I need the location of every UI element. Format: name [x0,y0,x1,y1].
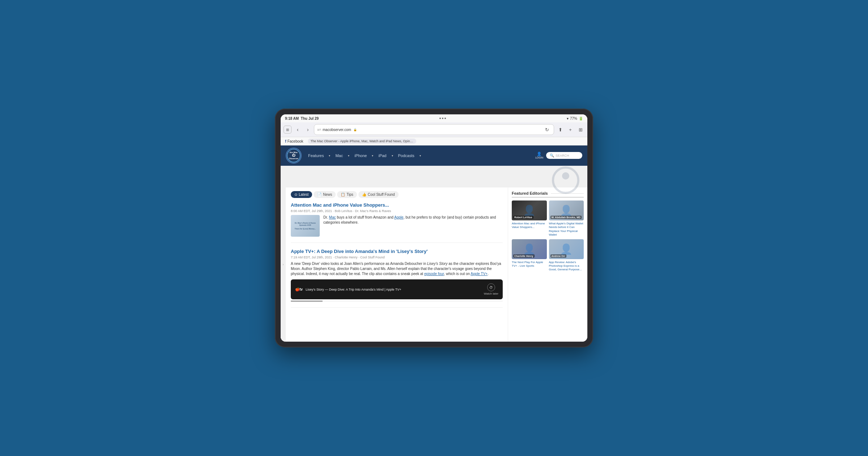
article-1-mac-link[interactable]: Mac [329,215,336,219]
editorial-photo-charlotte: 👤 Charlotte Henry [512,239,547,259]
browser-actions: ⬆ + ⊞ [556,126,584,134]
apple-tv-logo-icon: 🍎tv [295,287,303,291]
share-button[interactable]: ⬆ [556,126,564,134]
nav-iphone[interactable]: iPhone [352,152,369,159]
tips-icon: 📋 [341,193,345,197]
refresh-button[interactable]: ↻ [543,126,551,134]
article-2: Apple TV+: A Deep Dive into Amanda's Min… [291,249,503,308]
article-1-apple-link[interactable]: Apple [394,215,404,219]
bookmark-label: Facebook [288,139,303,143]
video-title: Lisey's Story — Deep Dive: A Trip Into A… [306,288,481,291]
cool-stuff-icon: 👍 [362,193,366,197]
site-navigation: the Mac ⏻ Observer Features▾ Mac▾ iPhone… [281,145,587,166]
active-tab-label[interactable]: The Mac Observer - Apple iPhone, Mac, Wa… [308,139,416,144]
video-progress-bar [291,301,503,301]
editorial-grid: 👤 Robert LeVitus Attention Mac and iPhon… [512,200,584,272]
podcasts-dropdown-icon: ▾ [420,154,421,157]
nav-ipad[interactable]: iPad [376,152,388,159]
website-content: the Mac ⏻ Observer Features▾ Mac▾ iPhone… [281,145,587,342]
tab-cool-stuff[interactable]: 👍 Cool Stuff Found [358,191,399,198]
main-content: › ⊙ Latest 📄 News [281,187,587,342]
search-box[interactable]: 🔍 SEARCH [546,152,582,159]
nav-features[interactable]: Features [306,152,326,159]
tab-latest[interactable]: ⊙ Latest [291,191,312,198]
site-nav-links: Features▾ Mac▾ iPhone▾ iPad▾ Podcasts▾ [306,152,531,159]
editorial-title-robert[interactable]: Attention Mac and iPhone Value Shoppers.… [512,222,547,229]
episode-four-link[interactable]: episode four [424,272,444,276]
battery-level: 77% [570,117,577,121]
svg-text:⏻: ⏻ [564,174,568,179]
features-dropdown-icon: ▾ [329,154,330,157]
article-1-text: Dr. Mac buys a lot of stuff from Amazon … [323,215,503,237]
sidebar-toggle[interactable]: › [281,187,286,342]
back-button[interactable]: ‹ [294,126,302,134]
video-progress-fill [291,301,323,301]
iphone-dropdown-icon: ▾ [372,154,373,157]
right-panel: Featured Editorials 👤 Robert LeVitus [508,187,587,342]
nav-right: 👤 LOGIN 🔍 SEARCH [535,152,582,160]
add-tab-button[interactable]: + [566,126,574,134]
editorial-title-charlotte[interactable]: The Next Play For Apple TV+ - Live Sport… [512,261,547,268]
url-reader-mode: aA [317,128,321,131]
latest-icon: ⊙ [294,193,297,197]
ipad-device: 9:18 AM Thu Jul 29 ▾ 77% 🔋 ⊞ ‹ › aA maco… [275,109,593,347]
sidebar-toggle-button[interactable]: ⊞ [284,126,292,134]
content-tabs: ⊙ Latest 📄 News 📋 Tips 👍 [291,191,503,198]
editorial-img-abdullah: 👤 W. Abdullah Brooks, MD [549,200,584,220]
battery-icon: 🔋 [579,117,583,121]
editorial-img-charlotte: 👤 Charlotte Henry [512,239,547,259]
search-icon: 🔍 [550,153,554,157]
editorial-card-charlotte[interactable]: 👤 Charlotte Henry The Next Play For Appl… [512,239,547,272]
article-1-title[interactable]: Attention Mac and iPhone Value Shoppers.… [291,202,503,208]
login-button[interactable]: 👤 LOGIN [535,152,543,160]
tab-news[interactable]: 📄 News [314,191,336,198]
site-logo[interactable]: the Mac ⏻ Observer [286,148,302,164]
ipad-screen: 9:18 AM Thu Jul 29 ▾ 77% 🔋 ⊞ ‹ › aA maco… [281,114,587,342]
article-2-title[interactable]: Apple TV+: A Deep Dive into Amanda's Min… [291,249,503,254]
editorial-author-abdullah: W. Abdullah Brooks, MD [550,216,582,219]
editorial-card-robert[interactable]: 👤 Robert LeVitus Attention Mac and iPhon… [512,200,547,237]
editorial-card-abdullah[interactable]: 👤 W. Abdullah Brooks, MD What Apple's Di… [549,200,584,237]
editorial-author-charlotte: Charlotte Henry [513,254,535,258]
status-time: 9:18 AM Thu Jul 29 [285,117,319,121]
status-bar: 9:18 AM Thu Jul 29 ▾ 77% 🔋 [281,114,587,122]
editorial-title-andrew[interactable]: App Review: Adobe's Photoshop Express is… [549,261,584,272]
article-1-body: Dr. Mac's Rants & RavesEpisode #445 Ther… [291,215,503,237]
status-center-dots [439,118,446,119]
articles-section: ⊙ Latest 📄 News 📋 Tips 👍 [286,187,508,342]
tab-tips[interactable]: 📋 Tips [337,191,357,198]
forward-button[interactable]: › [304,126,312,134]
editorial-img-andrew: 👤 Andrew Orr [549,239,584,259]
editorial-author-andrew: Andrew Orr [550,254,567,258]
nav-podcasts[interactable]: Podcasts [396,152,417,159]
ipad-dropdown-icon: ▾ [392,154,393,157]
tabs-button[interactable]: ⊞ [576,126,584,134]
editorial-title-abdullah[interactable]: What Apple's Digital Wallet Needs before… [549,222,584,237]
editorial-photo-robert: 👤 Robert LeVitus [512,200,547,220]
facebook-icon: f [285,139,286,143]
site-watermark: ⏻ [551,166,580,195]
video-preview[interactable]: 🍎tv Lisey's Story — Deep Dive: A Trip In… [291,279,503,299]
mac-dropdown-icon: ▾ [348,154,349,157]
editorial-photo-andrew: 👤 Andrew Orr [549,239,584,259]
bookmarks-bar: f Facebook The Mac Observer - Apple iPho… [281,137,587,145]
article-1-meta: 8:00 AM EDT, Jul 29th, 2021 · Bob LeVitu… [291,209,503,213]
bookmark-facebook[interactable]: f Facebook [284,138,305,144]
thumb-sublabel-1: There for (Less) Money... [295,228,316,230]
editorial-img-robert: 👤 Robert LeVitus [512,200,547,220]
editorial-photo-abdullah: 👤 W. Abdullah Brooks, MD [549,200,584,220]
wifi-icon: ▾ [567,117,569,121]
thumb-label-1: Dr. Mac's Rants & RavesEpisode #445 [295,222,316,226]
editorial-card-andrew[interactable]: 👤 Andrew Orr App Review: Adobe's Photosh… [549,239,584,272]
watch-later-icon: ⏱ [487,283,495,291]
secure-icon: 🔒 [353,128,357,131]
svg-point-0 [553,168,578,193]
ad-banner: ⏻ [281,166,587,187]
apple-tv-link[interactable]: Apple TV+ [471,272,488,276]
url-text: macobserver.com [323,128,351,132]
article-2-meta: 7:19 AM EDT, Jul 29th, 2021 · Charlotte … [291,256,503,259]
nav-mac[interactable]: Mac [333,152,345,159]
url-bar[interactable]: aA macobserver.com 🔒 ↻ [314,124,554,135]
browser-chrome: ⊞ ‹ › aA macobserver.com 🔒 ↻ ⬆ + ⊞ [281,122,587,137]
watch-later-button[interactable]: ⏱ Watch later [484,283,498,295]
